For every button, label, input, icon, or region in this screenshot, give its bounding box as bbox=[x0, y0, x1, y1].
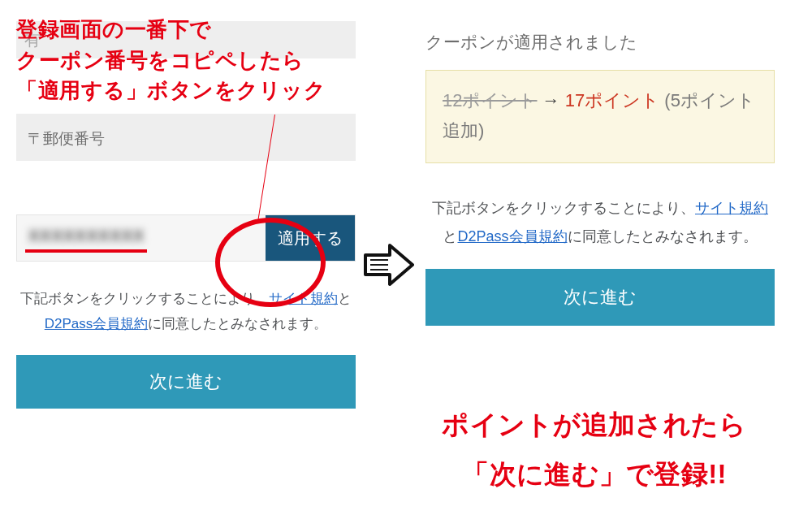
terms-text: に同意したとみなされます。 bbox=[568, 228, 758, 245]
terms-notice: 下記ボタンをクリックすることにより、サイト規約とD2Pass会員規約に同意したと… bbox=[425, 194, 775, 251]
d2pass-terms-link[interactable]: D2Pass会員規約 bbox=[45, 316, 149, 331]
next-button[interactable]: 次に進む bbox=[425, 269, 775, 326]
callout-line: クーポン番号をコピペしたら bbox=[16, 45, 326, 76]
callout-instruction-top: 登録画面の一番下で クーポン番号をコピペしたら 「適用する」ボタンをクリック bbox=[16, 15, 326, 106]
point-result-box: 12ポイント → 17ポイント (5ポイント 追加) bbox=[425, 70, 775, 163]
next-button[interactable]: 次に進む bbox=[16, 355, 356, 409]
terms-text: 下記ボタンをクリックすることにより、 bbox=[432, 200, 695, 216]
apply-button[interactable]: 適用する bbox=[266, 215, 355, 261]
apply-button-label: 適用する bbox=[278, 227, 343, 249]
next-button-label: 次に進む bbox=[149, 371, 222, 392]
coupon-code-value: XXXXXXXXXX bbox=[28, 227, 145, 245]
points-new: 17ポイント bbox=[565, 90, 659, 110]
d2pass-terms-link[interactable]: D2Pass会員規約 bbox=[457, 228, 567, 245]
postal-code-input[interactable]: 〒郵便番号 bbox=[16, 114, 356, 161]
coupon-code-input[interactable]: XXXXXXXXXX bbox=[17, 215, 266, 261]
callout-line: 登録画面の一番下で bbox=[16, 15, 326, 45]
terms-text: に同意したとみなされます。 bbox=[148, 316, 327, 331]
terms-text: 下記ボタンをクリックすることにより、 bbox=[20, 291, 269, 306]
callout-line: ポイントが追加されたら bbox=[387, 400, 801, 449]
arrow-text-icon: → bbox=[542, 90, 560, 110]
terms-notice: 下記ボタンをクリックすることにより、サイト規約とD2Pass会員規約に同意したと… bbox=[16, 286, 356, 337]
terms-text: と bbox=[338, 291, 352, 306]
terms-text: と bbox=[443, 228, 457, 245]
highlight-underline bbox=[25, 249, 147, 253]
coupon-applied-message: クーポンが適用されました bbox=[425, 31, 775, 54]
site-terms-link[interactable]: サイト規約 bbox=[695, 200, 768, 216]
callout-instruction-bottom: ポイントが追加されたら 「次に進む」で登録!! bbox=[387, 400, 801, 499]
points-old: 12ポイント bbox=[443, 90, 537, 110]
coupon-row: XXXXXXXXXX 適用する bbox=[16, 214, 356, 262]
site-terms-link[interactable]: サイト規約 bbox=[269, 291, 338, 306]
callout-line: 「適用する」ボタンをクリック bbox=[16, 76, 326, 106]
postal-placeholder: 〒郵便番号 bbox=[28, 130, 105, 147]
next-button-label: 次に進む bbox=[564, 287, 637, 307]
callout-line: 「次に進む」で登録!! bbox=[387, 449, 801, 499]
coupon-applied-panel: クーポンが適用されました 12ポイント → 17ポイント (5ポイント 追加) … bbox=[425, 31, 775, 326]
arrow-icon bbox=[361, 242, 416, 288]
